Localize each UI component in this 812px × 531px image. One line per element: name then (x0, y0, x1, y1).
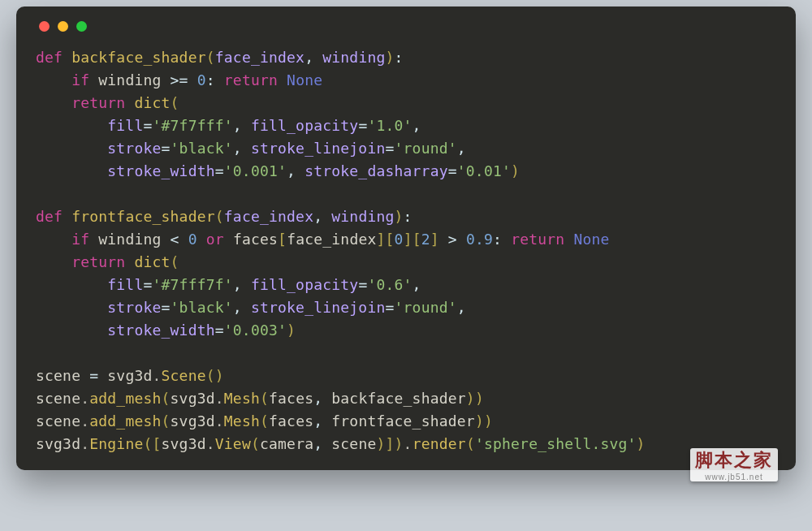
token-pn: stroke_linejoin (251, 140, 386, 157)
token-pr (125, 253, 134, 270)
token-pr: >= (162, 71, 197, 88)
token-br: ( (206, 49, 215, 66)
token-lit: None (573, 231, 609, 248)
token-pr: , (457, 299, 466, 316)
token-str: 'round' (395, 299, 457, 316)
code-line: fill='#7fff7f', fill_opacity='0.6', (36, 276, 421, 293)
token-id: faces (269, 390, 313, 407)
token-nm: 2 (421, 231, 430, 248)
token-nm: 0.9 (466, 231, 493, 248)
token-fn: Mesh (224, 412, 260, 430)
token-fn: Mesh (224, 390, 260, 407)
token-id: faces (233, 231, 278, 248)
token-pr: < (162, 231, 188, 248)
token-pr (564, 231, 573, 248)
token-pr: : (206, 71, 224, 88)
token-br: () (206, 367, 224, 384)
token-id: svg3d (171, 412, 215, 430)
token-pr: = (448, 162, 457, 179)
token-pr (278, 71, 287, 88)
minimize-icon[interactable] (58, 21, 68, 32)
code-line: stroke_width='0.001', stroke_dasharray='… (36, 162, 520, 179)
token-dot-op: . (206, 435, 215, 452)
close-icon[interactable] (39, 21, 50, 32)
token-str: 'black' (171, 140, 233, 157)
token-pr: : (395, 49, 404, 66)
token-pr: = (215, 162, 224, 179)
code-line: return dict( (36, 94, 179, 111)
token-pr: = (143, 276, 152, 293)
token-pr (36, 276, 107, 293)
token-id: backface_shader (331, 390, 466, 407)
token-kw: if (71, 231, 89, 248)
token-pr (36, 322, 107, 339)
token-br: ) (287, 322, 296, 339)
token-kw: def (36, 49, 63, 66)
token-br: ) (511, 162, 520, 179)
token-br: ( (162, 412, 171, 430)
token-pn: fill (107, 276, 143, 293)
token-fn: View (215, 435, 251, 452)
token-pr: : (493, 231, 511, 248)
token-kw: return (71, 253, 125, 270)
token-pn: stroke (107, 299, 161, 316)
token-pr: , (287, 162, 304, 179)
code-line: return dict( (36, 253, 179, 270)
token-pr (224, 231, 233, 248)
token-pr (89, 71, 98, 88)
token-pr: = (162, 140, 171, 157)
token-pr (36, 140, 107, 157)
token-br: ( (251, 435, 260, 452)
token-br: ) (386, 49, 395, 66)
token-br: ([ (143, 435, 161, 452)
token-pr (36, 71, 71, 88)
token-br: )]) (376, 435, 403, 452)
token-pr: > (439, 231, 466, 248)
token-pr: , (233, 140, 251, 157)
code-line: def frontface_shader(face_index, winding… (36, 208, 412, 225)
token-dot-op: . (80, 390, 89, 407)
code-line: if winding < 0 or faces[face_index][0][2… (36, 231, 610, 248)
token-pr: = (162, 299, 171, 316)
token-str: '#7fff7f' (153, 276, 233, 293)
token-pr: , (457, 140, 466, 157)
token-fn: render (412, 435, 466, 452)
token-dot-op: . (215, 390, 224, 407)
code-window: def backface_shader(face_index, winding)… (16, 6, 796, 470)
token-pn: winding (322, 49, 385, 66)
token-id: svg3d (162, 435, 206, 452)
code-line: if winding >= 0: return None (36, 71, 322, 88)
code-line: fill='#7f7fff', fill_opacity='1.0', (36, 117, 421, 134)
token-id: svg3d (171, 390, 215, 407)
zoom-icon[interactable] (76, 21, 87, 32)
token-id: svg3d (107, 367, 152, 384)
code-line: stroke='black', stroke_linejoin='round', (36, 140, 466, 157)
token-dot-op: . (80, 435, 89, 452)
code-editor-content[interactable]: def backface_shader(face_index, winding)… (36, 46, 776, 455)
token-str: '0.01' (457, 162, 511, 179)
token-pr: , (313, 390, 331, 407)
token-br: ( (215, 208, 224, 225)
token-id: faces (269, 412, 313, 430)
token-pn: face_index (215, 49, 304, 66)
token-pr (36, 231, 71, 248)
token-pr: : (404, 208, 412, 225)
token-pr: , (313, 435, 331, 452)
token-str: 'black' (171, 299, 233, 316)
token-fn: frontface_shader (71, 208, 215, 225)
token-kw: def (36, 208, 63, 225)
watermark-url: www.jb51.net (695, 473, 773, 481)
token-fn: backface_shader (71, 49, 206, 66)
token-id: scene (36, 390, 80, 407)
token-str: 'sphere_shell.svg' (475, 435, 637, 452)
token-fn: add_mesh (89, 390, 161, 407)
token-pr: , (304, 49, 322, 66)
token-pn: fill_opacity (251, 276, 358, 293)
code-line: scene.add_mesh(svg3d.Mesh(faces, frontfa… (36, 412, 493, 430)
token-pr (36, 94, 71, 111)
token-lit: None (287, 71, 322, 88)
token-pr: , (412, 117, 421, 134)
code-line: stroke_width='0.003') (36, 322, 296, 339)
token-pr (36, 299, 107, 316)
token-pn: stroke_linejoin (251, 299, 386, 316)
